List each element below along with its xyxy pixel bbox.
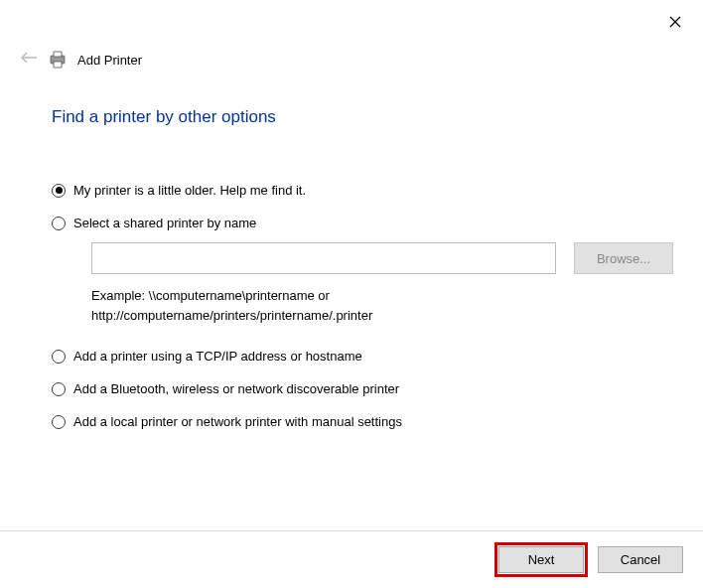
shared-input-row: Browse... [91,242,673,274]
option-older-printer[interactable]: My printer is a little older. Help me fi… [52,183,673,198]
radio-icon [52,217,66,230]
printer-icon [48,50,68,70]
radio-icon [52,350,66,364]
options-group: My printer is a little older. Help me fi… [52,183,673,447]
radio-icon [52,382,66,396]
svg-rect-5 [54,62,62,68]
svg-rect-4 [54,52,62,57]
footer-bar: Next Cancel [0,530,703,588]
radio-icon [52,415,66,429]
option-local-printer[interactable]: Add a local printer or network printer w… [52,414,673,429]
example-text: Example: \\computername\printername or h… [91,286,673,325]
radio-icon [52,184,66,198]
close-icon [669,16,681,28]
next-button-highlight: Next [494,542,588,577]
radio-label: My printer is a little older. Help me fi… [73,183,306,198]
shared-printer-subsection: Browse... Example: \\computername\printe… [91,242,673,325]
content-area: Find a printer by other options My print… [52,107,673,447]
option-shared-printer[interactable]: Select a shared printer by name [52,216,673,230]
radio-label: Select a shared printer by name [73,216,256,230]
wizard-title: Add Printer [77,53,142,68]
radio-label: Add a printer using a TCP/IP address or … [73,349,362,364]
radio-label: Add a Bluetooth, wireless or network dis… [73,381,399,396]
option-tcpip-printer[interactable]: Add a printer using a TCP/IP address or … [52,349,673,364]
cancel-button[interactable]: Cancel [598,546,683,573]
page-heading: Find a printer by other options [52,107,673,127]
browse-button: Browse... [574,242,673,274]
example-line1: Example: \\computername\printername or [91,286,673,306]
next-button[interactable]: Next [498,546,584,573]
svg-point-6 [62,58,64,60]
example-line2: http://computername/printers/printername… [91,306,673,326]
back-arrow-icon [20,51,38,69]
radio-label: Add a local printer or network printer w… [73,414,402,429]
close-button[interactable] [665,12,685,32]
option-bluetooth-printer[interactable]: Add a Bluetooth, wireless or network dis… [52,381,673,396]
shared-printer-name-input[interactable] [91,242,556,274]
wizard-header: Add Printer [20,50,142,70]
